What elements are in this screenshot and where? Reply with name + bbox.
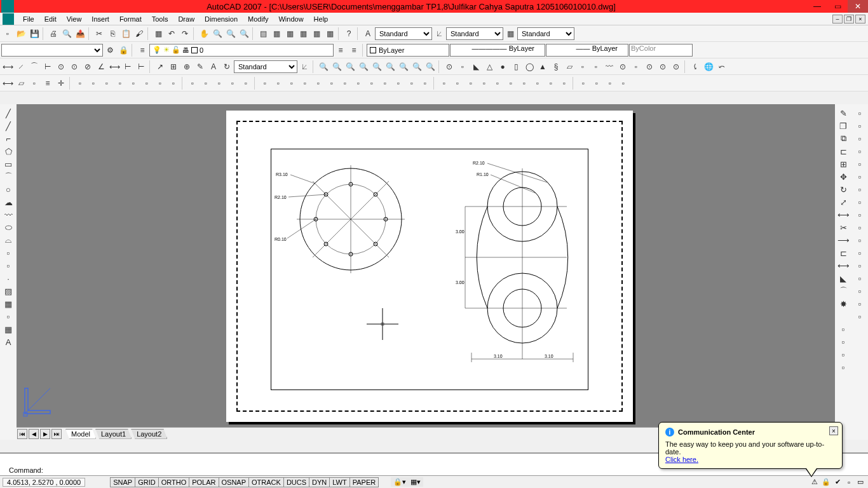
mdi-restore-button[interactable]: ❐ (844, 15, 854, 24)
dimstyle-combo[interactable]: Standard (446, 27, 503, 40)
workspace-settings-button[interactable]: ⚙ (104, 44, 116, 57)
calc-button[interactable]: ▦ (323, 27, 336, 40)
3dmirror-button[interactable]: ▫ (853, 145, 866, 158)
edge-extract-button[interactable]: ▫ (853, 247, 866, 259)
tab-last-button[interactable]: ⏭ (51, 429, 62, 439)
ellipse-button[interactable]: ⬭ (2, 221, 15, 234)
stretch-button[interactable]: ⟷ (837, 208, 850, 221)
paste-button[interactable]: 📋 (119, 27, 132, 40)
toggle-grid[interactable]: GRID (135, 477, 159, 487)
wedge-button[interactable]: ◣ (470, 60, 482, 73)
check-button[interactable]: ▫ (853, 310, 866, 323)
interfere-button[interactable]: ▫ (312, 77, 325, 90)
toggle-paper[interactable]: PAPER (349, 477, 379, 487)
arc-button[interactable]: ⌒ (2, 170, 15, 183)
face-rotate-button[interactable]: ▫ (379, 77, 391, 90)
ref-close-button[interactable]: ▫ (240, 77, 252, 90)
sheetset-button[interactable]: ▦ (297, 27, 309, 40)
solid-chamfer-button[interactable]: ▫ (272, 77, 285, 90)
tray-lock-icon[interactable]: 🔒 (821, 477, 831, 487)
menu-tools[interactable]: Tools (147, 14, 173, 24)
hide-button[interactable]: ▫ (451, 77, 464, 90)
lights-button[interactable]: ▫ (465, 77, 477, 90)
copy2-button[interactable]: ❐ (837, 119, 850, 132)
animation-button[interactable]: ▫ (617, 77, 630, 90)
tablestyle-icon[interactable]: ▦ (504, 27, 517, 40)
polygon-button[interactable]: ⬠ (2, 145, 15, 158)
break-button[interactable]: ⊏ (837, 247, 850, 259)
zoom-window2-button[interactable]: 🔍 (317, 60, 330, 73)
open-button[interactable]: 📂 (15, 27, 27, 40)
thicken-button[interactable]: ▫ (853, 196, 866, 208)
menu-insert[interactable]: Insert (86, 14, 114, 24)
pyramid-button[interactable]: ▲ (536, 60, 549, 73)
menu-view[interactable]: View (62, 14, 87, 24)
copy-button[interactable]: ⎘ (106, 27, 119, 40)
close-button[interactable]: ✕ (848, 0, 868, 13)
torus-button[interactable]: ◯ (523, 60, 536, 73)
hatch-button[interactable]: ▨ (2, 285, 15, 297)
sphere-button[interactable]: ● (496, 60, 509, 73)
ole-button[interactable]: ▫ (154, 77, 166, 90)
menu-help[interactable]: Help (309, 14, 334, 24)
help-button[interactable]: ? (342, 27, 355, 40)
ref-remove-button[interactable]: ▫ (213, 77, 226, 90)
mdi-minimize-button[interactable]: – (832, 15, 843, 24)
gradient-button[interactable]: ▦ (2, 297, 15, 310)
ucs-prev-button[interactable]: ⤺ (715, 60, 728, 73)
toggle-otrack[interactable]: OTRACK (248, 477, 284, 487)
ref-edit-button[interactable]: ▫ (186, 77, 199, 90)
cylinder-button[interactable]: ▯ (510, 60, 522, 73)
section-button[interactable]: ▫ (299, 77, 311, 90)
offset-button[interactable]: ⊏ (837, 145, 850, 158)
clean-button[interactable]: ▫ (853, 297, 866, 310)
workspace-combo[interactable] (1, 44, 103, 57)
mapping-button[interactable]: ▫ (491, 77, 504, 90)
status-lock-icon[interactable]: 🔒▾ (391, 477, 409, 487)
scale-button[interactable]: ⤢ (837, 196, 850, 208)
draworder3-button[interactable]: ▫ (837, 348, 850, 361)
region-button[interactable]: ▫ (28, 77, 41, 90)
section2-button[interactable]: ▫ (853, 221, 866, 234)
mdi-close-button[interactable]: × (855, 15, 865, 24)
dim-radius-button[interactable]: ⊙ (55, 60, 67, 73)
menu-format[interactable]: Format (114, 14, 147, 24)
zoom-in-button[interactable]: 🔍 (384, 60, 397, 73)
3darray-button[interactable]: ▫ (853, 158, 866, 170)
region-draw-button[interactable]: ▫ (2, 310, 15, 323)
ucs-world-button[interactable]: 🌐 (702, 60, 715, 73)
menu-modify[interactable]: Modify (243, 14, 273, 24)
slice-button[interactable]: ▫ (285, 77, 298, 90)
shell-button[interactable]: ▫ (853, 285, 866, 297)
flatshot-button[interactable]: ▫ (853, 234, 866, 247)
box-button[interactable]: ▫ (456, 60, 469, 73)
chamfer-button[interactable]: ◣ (837, 272, 850, 285)
separate-button[interactable]: ▫ (853, 272, 866, 285)
makeblock-button[interactable]: ▫ (2, 259, 15, 272)
minimize-button[interactable]: — (807, 0, 827, 13)
imprint-button[interactable]: ▫ (853, 259, 866, 272)
insert-block-button[interactable]: ▫ (74, 77, 86, 90)
join-button[interactable]: ⟷ (837, 259, 850, 272)
face-copy-button[interactable]: ▫ (405, 77, 418, 90)
tab-layout2[interactable]: Layout2 (131, 429, 167, 439)
distance-button[interactable]: ⟷ (1, 77, 14, 90)
polyline-button[interactable]: ⌐ (2, 132, 15, 145)
dim-style-combo[interactable]: Standard (234, 60, 297, 73)
intersect-button[interactable]: ⊙ (670, 60, 682, 73)
blockeditor-button[interactable]: ▦ (152, 27, 165, 40)
balloon-close-button[interactable]: × (829, 426, 838, 435)
menu-file[interactable]: File (18, 14, 39, 24)
rectangle-button[interactable]: ▭ (2, 158, 15, 170)
dim-jogged-button[interactable]: ⊙ (68, 60, 81, 73)
trim-button[interactable]: ✂ (837, 221, 850, 234)
tab-layout1[interactable]: Layout1 (95, 429, 132, 439)
dim-angular-button[interactable]: ∠ (95, 60, 107, 73)
subtract-button[interactable]: ⊙ (656, 60, 669, 73)
undo-button[interactable]: ↶ (165, 27, 178, 40)
properties-button[interactable]: ▤ (257, 27, 269, 40)
solid-fillet-button[interactable]: ▫ (259, 77, 271, 90)
sweep-button[interactable]: 〰 (603, 60, 616, 73)
union-button[interactable]: ⊙ (643, 60, 656, 73)
designctr-button[interactable]: ▦ (270, 27, 283, 40)
